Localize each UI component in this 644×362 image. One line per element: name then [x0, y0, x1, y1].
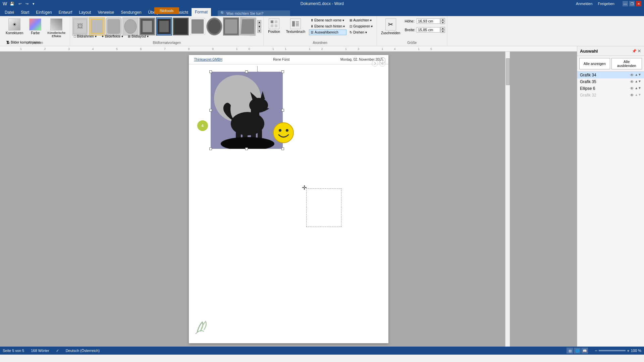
- handle-mr[interactable]: [281, 109, 284, 112]
- korrekturen-btn[interactable]: ☀ Korrekturen: [3, 17, 25, 36]
- smiley-face[interactable]: [273, 122, 294, 145]
- window-controls: Anmelden Freigeben — ❐ ✕: [575, 1, 641, 6]
- scroll-more-btn[interactable]: ▾: [257, 29, 261, 33]
- tab-entwurf[interactable]: Entwurf: [55, 9, 76, 16]
- scroll-thumb[interactable]: [506, 58, 510, 85]
- title-bar: W 💾 ↩ ↪ ▾ Dokument1.docx - Word Anmelden…: [0, 0, 644, 7]
- handle-bm[interactable]: [245, 147, 248, 150]
- alle-ausblenden-btn[interactable]: Alle ausblenden: [611, 58, 642, 69]
- view-web-btn[interactable]: 🌐: [574, 348, 581, 354]
- groesse-label: Größe: [407, 41, 417, 45]
- page-container[interactable]: Thinksecret GMBH Rene Fürst Montag, 02. …: [0, 52, 577, 347]
- panel-pin-btn[interactable]: 📌: [632, 48, 637, 54]
- kuenstlerische-btn[interactable]: KünstlerischeEffekte: [45, 17, 68, 39]
- style-preset-1[interactable]: 🖼: [72, 17, 88, 36]
- zuschneiden-icon: ✂: [385, 18, 396, 31]
- zoom-out-btn[interactable]: −: [595, 348, 597, 353]
- scroll-down-btn[interactable]: ▼: [257, 24, 261, 28]
- korrekturen-label: Korrekturen: [6, 31, 23, 35]
- view-print-btn[interactable]: ▤: [567, 348, 573, 354]
- wolf-image: [211, 72, 283, 149]
- word-count: 168 Wörter: [31, 349, 49, 353]
- handle-tr[interactable]: [281, 70, 284, 73]
- tab-format[interactable]: Format: [192, 8, 211, 16]
- ebene-vorne-btn[interactable]: ⬆ Ebene nach vorne ▾: [309, 17, 346, 23]
- tab-sendungen[interactable]: Sendungen: [117, 9, 145, 16]
- handle-br[interactable]: [281, 147, 284, 150]
- style-preset-2[interactable]: [89, 17, 105, 36]
- tab-verweise[interactable]: Verweise: [94, 9, 117, 16]
- style-preset-10[interactable]: [223, 17, 239, 36]
- selection-item-grafik35[interactable]: Grafik 35 👁 ▲▼: [577, 78, 644, 85]
- anmelden-btn[interactable]: Anmelden: [575, 1, 594, 6]
- close-btn[interactable]: ✕: [636, 1, 641, 6]
- alle-anzeigen-btn[interactable]: Alle anzeigen: [579, 58, 610, 69]
- redo-quick-btn[interactable]: ↪: [24, 1, 30, 7]
- scrollbar-v[interactable]: [505, 52, 510, 347]
- restore-btn[interactable]: ❐: [629, 1, 635, 6]
- style-preset-8[interactable]: [190, 17, 206, 36]
- bildlayout-btn[interactable]: ⊞ Bildlayout ▾: [126, 34, 150, 39]
- hoehe-up-btn[interactable]: ▲: [440, 18, 445, 21]
- style-preset-5[interactable]: [139, 17, 155, 36]
- position-btn[interactable]: Position: [266, 17, 282, 35]
- qa-dropdown-btn[interactable]: ▾: [31, 1, 36, 7]
- style-preset-4[interactable]: [122, 17, 139, 36]
- breite-up-btn[interactable]: ▲: [440, 27, 445, 30]
- selection-item-ellipse6[interactable]: Ellipse 6 👁 ▲▼: [577, 85, 644, 92]
- view-buttons: ▤ 🌐 📖: [567, 348, 588, 354]
- eye-icon-grafik35[interactable]: 👁: [630, 79, 634, 84]
- panel-close-btn[interactable]: ✕: [637, 48, 641, 54]
- gruppieren-btn[interactable]: ⊡ Gruppieren ▾: [348, 23, 374, 29]
- zoom-in-btn[interactable]: +: [627, 348, 630, 353]
- tab-start[interactable]: Start: [17, 9, 33, 16]
- handle-tl[interactable]: [209, 70, 212, 73]
- wolf-image-container[interactable]: [211, 72, 283, 149]
- zuschneiden-btn[interactable]: ✂ Zuschneiden: [379, 17, 402, 36]
- rotation-line: [257, 66, 258, 71]
- bildrahmen-btn[interactable]: □ Bildrahmen ▾: [72, 34, 98, 39]
- auswahlbereich-btn[interactable]: ☰ Auswahlbereich: [309, 29, 346, 35]
- ausrichten-btn[interactable]: ⊞ Ausrichten ▾: [348, 17, 374, 23]
- style-preset-3[interactable]: [106, 17, 122, 36]
- undo-quick-btn[interactable]: ↩: [17, 1, 23, 7]
- search-box[interactable]: 🔍 Was möchten Sie tun?: [218, 10, 290, 16]
- handle-bl[interactable]: [209, 147, 212, 150]
- style-preset-6[interactable]: [156, 17, 172, 36]
- view-read-btn[interactable]: 📖: [581, 348, 588, 354]
- style-preset-7[interactable]: [173, 17, 189, 36]
- selection-item-grafik34[interactable]: Grafik 34 👁 ▲▼: [577, 72, 644, 78]
- style-preset-9[interactable]: [206, 17, 222, 36]
- hoehe-down-btn[interactable]: ▼: [440, 21, 445, 24]
- handle-tm[interactable]: [245, 70, 248, 73]
- bildeffekte-btn[interactable]: ✦ Bildeffekte ▾: [100, 34, 125, 39]
- green-circle[interactable]: 4: [197, 120, 208, 131]
- minimize-btn[interactable]: —: [623, 1, 628, 6]
- handle-ml[interactable]: [209, 109, 212, 112]
- style-preset-11[interactable]: [239, 17, 256, 36]
- selection-item-grafik32[interactable]: Grafik 32 👁 ▲▼: [577, 92, 644, 99]
- hoehe-input[interactable]: [417, 18, 440, 24]
- zuschneiden-label: Zuschneiden: [381, 31, 400, 35]
- svg-rect-18: [292, 21, 295, 26]
- farbe-btn[interactable]: Farbe: [27, 17, 44, 36]
- eye-icon-ellipse6[interactable]: 👁: [630, 86, 634, 91]
- svg-text:🖼: 🖼: [77, 23, 83, 29]
- breite-down-btn[interactable]: ▼: [440, 30, 445, 33]
- tab-einfuegen[interactable]: Einfügen: [33, 9, 55, 16]
- selection-panel-header: Auswahl 📌 ✕: [577, 46, 644, 56]
- drehen-btn[interactable]: ↻ Drehen ▾: [348, 29, 374, 35]
- save-quick-btn[interactable]: 💾: [8, 1, 16, 7]
- eye-icon-grafik32[interactable]: 👁: [630, 93, 634, 98]
- tab-datei[interactable]: Datei: [1, 9, 17, 16]
- selection-items-list: Grafik 34 👁 ▲▼ Grafik 35 👁 ▲▼ Ellipse 6 …: [577, 72, 644, 99]
- zoom-slider[interactable]: [599, 350, 626, 351]
- tab-layout[interactable]: Layout: [75, 9, 94, 16]
- freigeben-btn[interactable]: Freigeben: [596, 1, 616, 6]
- textumbruch-btn[interactable]: Textumbruch: [284, 17, 308, 35]
- breite-input[interactable]: [417, 27, 440, 33]
- spell-check-icon[interactable]: ✓: [56, 349, 59, 353]
- eye-icon-grafik34[interactable]: 👁: [630, 73, 634, 77]
- scroll-up-btn[interactable]: ▲: [257, 20, 261, 24]
- ebene-hinten-btn[interactable]: ⬇ Ebene nach hinten ▾: [309, 23, 346, 29]
